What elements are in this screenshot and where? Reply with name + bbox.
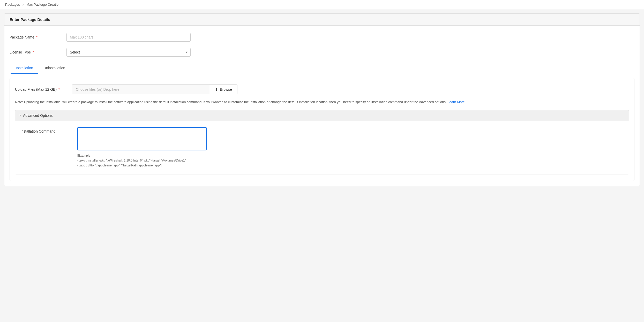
advanced-options-header[interactable]: ▾ Advanced Options [15,110,629,121]
license-type-select[interactable]: Select Free Paid Open Source [66,48,191,57]
license-type-label: License Type * [10,50,66,54]
upload-icon: ⬆ [215,87,218,91]
installation-command-textarea[interactable] [77,127,207,150]
tab-installation[interactable]: Installation [11,63,38,74]
package-name-row: Package Name * [10,33,634,42]
advanced-options-body: Installation Command [Example - .pkg : i… [15,121,629,174]
license-type-row: License Type * Select Free Paid Open Sou… [10,48,634,57]
advanced-options-container: ▾ Advanced Options Installation Command … [15,110,629,175]
advanced-options-title: Advanced Options [23,113,53,118]
package-name-label: Package Name * [10,35,66,39]
breadcrumb: Packages > Mac Package Creation [0,0,644,9]
upload-dropzone[interactable]: Choose files (or) Drop here [72,85,210,94]
package-name-required: * [36,35,38,39]
package-name-input[interactable] [66,33,191,42]
breadcrumb-parent[interactable]: Packages [5,3,20,6]
breadcrumb-separator: > [22,3,24,6]
upload-files-label: Upload Files (Max 12 GB) * [15,87,72,91]
installation-tab-content: Upload Files (Max 12 GB) * Choose files … [10,78,634,181]
card-header-title: Enter Package Details [10,17,50,22]
installation-command-field: [Example - .pkg : installer -pkg "./Wire… [77,127,207,168]
learn-more-link[interactable]: Learn More [447,100,465,104]
license-type-select-wrapper: Select Free Paid Open Source ▾ [66,48,191,57]
installation-command-label: Installation Command [20,127,77,133]
upload-area: Choose files (or) Drop here ⬆ Browse [72,85,237,94]
tabs-container: Installation Uninstallation [10,63,634,74]
installation-command-example: [Example - .pkg : installer -pkg "./Wire… [77,153,207,168]
browse-button[interactable]: ⬆ Browse [210,85,237,94]
card-header: Enter Package Details [4,14,640,26]
collapse-arrow-icon: ▾ [19,114,21,117]
main-card: Enter Package Details Package Name * Lic… [4,13,640,186]
upload-required: * [58,87,60,91]
upload-files-row: Upload Files (Max 12 GB) * Choose files … [15,85,629,94]
tabs-list: Installation Uninstallation [10,63,634,74]
installation-command-row: Installation Command [Example - .pkg : i… [20,127,624,168]
license-type-required: * [33,50,34,54]
breadcrumb-current: Mac Package Creation [26,3,61,6]
tab-uninstallation[interactable]: Uninstallation [38,63,70,74]
installation-note: Note: Uploading the installable, will cr… [15,99,629,105]
card-body: Package Name * License Type * Select Fre… [4,26,640,186]
